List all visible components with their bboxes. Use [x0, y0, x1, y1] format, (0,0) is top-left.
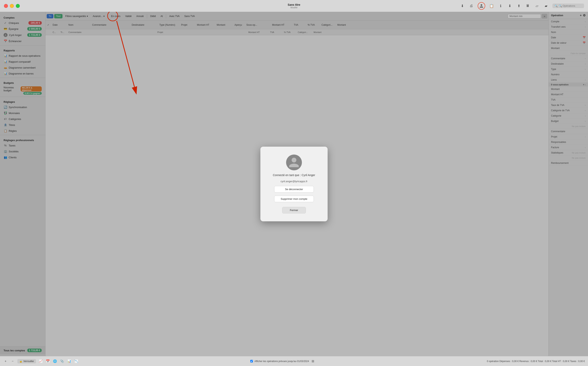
app-subtitle: Modifié	[288, 6, 300, 9]
svg-line-2	[117, 21, 134, 87]
search-bar[interactable]: 🔍 🔍 Opérations	[552, 4, 584, 8]
bottom-center: Afficher les opérations prévues jusqu'au…	[250, 359, 315, 364]
search-label: 🔍 Opérations	[559, 4, 575, 7]
modal-avatar	[286, 154, 302, 170]
chart-icon[interactable]: 📈	[38, 359, 43, 364]
add-operation-button[interactable]: +	[3, 359, 8, 364]
modal-overlay: Connecté en tant que : Cyril Anger cyril…	[0, 12, 588, 356]
show-operations-checkbox[interactable]	[250, 360, 253, 362]
arrow-down-icon[interactable]: ⬇	[507, 3, 512, 9]
grid-icon[interactable]: ⊞	[311, 359, 315, 364]
titlebar: Sans titre Modifié ⬇ 🖨 📋 ℹ ⬇ ⬆ 🖩 ▱ ▰ 🔍 🔍…	[0, 0, 588, 12]
show-operations-label: Afficher les opérations prévues jusqu'au…	[255, 360, 309, 363]
info-icon[interactable]: ℹ	[498, 3, 503, 9]
svg-point-1	[108, 12, 118, 21]
lock-icon: 🔒	[19, 360, 22, 363]
bottom-left: + − 🔒 Verrouiller 📈 📅 🌐 📎 📊 📉	[3, 359, 79, 364]
window-controls	[4, 4, 20, 8]
attachment-icon[interactable]: 📎	[60, 359, 64, 364]
stats-icon[interactable]: 📉	[74, 359, 79, 364]
calculator-icon[interactable]: 🖩	[525, 3, 531, 9]
user-avatar-icon	[288, 157, 300, 168]
bottom-stats: 0 opération Dépenses : 0,00 € Revenus : …	[487, 360, 585, 363]
modal-email: cyril.anger@lyricapps.fr	[280, 180, 308, 183]
lock-button[interactable]: 🔒 Verrouiller	[17, 359, 36, 363]
modal-close-button[interactable]: Fermer	[282, 207, 306, 214]
disconnect-button[interactable]: Se déconnecter	[274, 186, 314, 192]
app-title-area: Sans titre Modifié	[288, 3, 300, 9]
globe-icon[interactable]: 🌐	[53, 359, 57, 364]
user-modal: Connecté en tant que : Cyril Anger cyril…	[260, 147, 328, 221]
print-icon[interactable]: 🖨	[469, 3, 474, 9]
close-button[interactable]	[4, 4, 8, 8]
lock-label: Verrouiller	[23, 360, 34, 363]
remove-operation-button[interactable]: −	[10, 359, 15, 364]
maximize-button[interactable]	[16, 4, 20, 8]
app-name: Sans titre	[288, 3, 300, 6]
delete-account-button[interactable]: Supprimer mon compte	[274, 196, 314, 202]
stats-text: 0 opération Dépenses : 0,00 € Revenus : …	[487, 360, 585, 363]
user-icon[interactable]	[478, 2, 485, 10]
titlebar-icons: ⬇ 🖨 📋 ℹ ⬇ ⬆ 🖩 ▱ ▰ 🔍 🔍 Opérations	[459, 2, 584, 10]
bottom-bar: + − 🔒 Verrouiller 📈 📅 🌐 📎 📊 📉 Afficher l…	[0, 356, 588, 366]
arrow-up-icon[interactable]: ⬆	[516, 3, 522, 9]
minimize-button[interactable]	[10, 4, 14, 8]
split-view-left-icon[interactable]: ▱	[534, 3, 540, 9]
split-view-right-icon[interactable]: ▰	[543, 3, 549, 9]
calendar-icon[interactable]: 📅	[46, 359, 50, 364]
modal-connected-text: Connecté en tant que : Cyril Anger	[273, 174, 315, 177]
document-icon[interactable]: 📋	[489, 3, 494, 9]
search-icon: 🔍	[554, 4, 557, 7]
barcode-icon[interactable]: 📊	[67, 359, 72, 364]
download-icon[interactable]: ⬇	[459, 3, 465, 9]
